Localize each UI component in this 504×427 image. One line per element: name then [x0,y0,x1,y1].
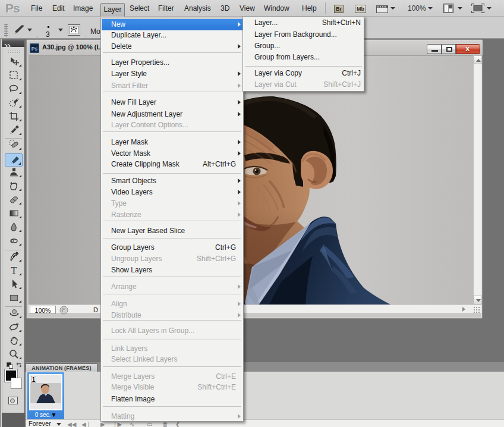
svg-text:T: T [11,265,17,275]
svg-text:Ps: Ps [32,46,38,52]
